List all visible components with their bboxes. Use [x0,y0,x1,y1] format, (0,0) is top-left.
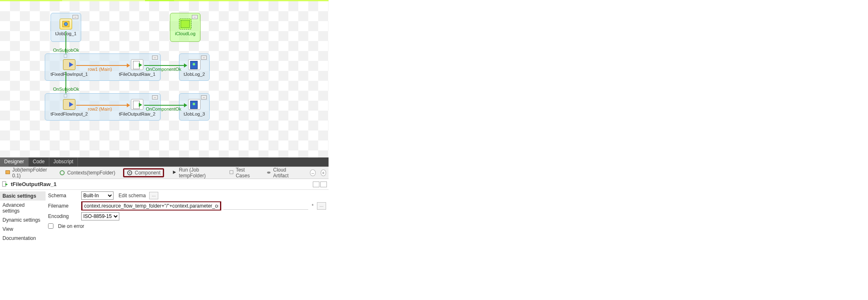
component-tjoblog1[interactable]: tJobLog_1 [59,19,73,31]
view-job[interactable]: Job(tempFolder 0.1) [2,165,51,180]
subjob-minimize-icon[interactable] [201,95,207,99]
flowinput-icon [63,59,75,70]
component-tjoblog2[interactable]: tJobLog_2 [187,59,201,72]
filename-input-extension[interactable] [223,202,308,210]
subjob-minimize-icon[interactable] [73,15,78,19]
component-tfileoutputraw2[interactable]: tFileOutputRaw_2 [130,99,144,111]
link-onsubjobok-1[interactable] [65,31,66,56]
schema-label: Schema [48,193,78,198]
component-tfileoutputraw1[interactable]: tFileOutputRaw_1 [130,59,144,72]
designer-canvas[interactable]: tJobLog_1 iCloudLog OnSubjobOk tFixedFlo… [0,0,329,157]
canvas-top-highlight [145,0,174,1]
link-oncomponentok-1[interactable] [144,65,186,66]
edit-schema-link[interactable]: Edit schema [118,193,146,198]
joblog-icon [188,59,201,70]
layout-icons [313,181,327,187]
component-label: tFileOutputRaw_1 [119,72,155,77]
subjob-minimize-icon[interactable] [192,15,198,19]
arrowhead-icon [184,63,187,68]
view-toolbar: Job(tempFolder 0.1) Contexts(tempFolder)… [0,167,329,179]
view-contexts[interactable]: Contexts(tempFolder) [56,168,118,177]
arrowhead-icon [184,103,187,107]
job-icon [5,170,10,176]
contexts-icon [59,170,65,176]
nav-basic-settings[interactable]: Basic settings [0,191,46,201]
row-schema: Schema Built-In Edit schema … [48,191,326,200]
layout-option-2[interactable] [320,181,327,187]
component-label: iCloudLog [175,31,196,36]
selected-component-title: tFileOutputRaw_1 [11,181,57,187]
view-cloudartifact[interactable]: Cloud Artifact [264,165,300,180]
view-component[interactable]: Component [123,168,164,177]
filename-input[interactable] [82,202,220,210]
svg-rect-2 [6,171,10,174]
joblog-icon [188,99,201,110]
fileoutput-icon [2,181,8,188]
encoding-label: Encoding [48,213,78,219]
svg-marker-10 [5,183,8,186]
fileoutput-icon [131,59,143,70]
link-oncomponentok-2[interactable] [144,105,186,106]
component-title-row: tFileOutputRaw_1 [0,179,329,190]
filename-label: Filename [48,203,78,209]
layout-option-1[interactable] [313,181,319,187]
svg-marker-6 [173,171,176,174]
encoding-select[interactable]: ISO-8859-15 [81,212,119,220]
canvas-top-highlight-2 [62,0,145,1]
component-label: tFileOutputRaw_2 [119,111,155,116]
filename-browse-button[interactable]: … [317,202,326,210]
edit-schema-button[interactable]: … [149,192,158,199]
component-icon [127,170,133,176]
svg-rect-9 [2,181,6,186]
subjob-minimize-icon[interactable] [152,95,158,99]
view-run-label: Run (Job tempFolder) [179,167,218,179]
row-encoding: Encoding ISO-8859-15 [48,212,326,220]
cloud-icon [266,170,271,176]
row-die-on-error: Die on error [48,222,326,230]
settings-panel: Basic settings Advanced settings Dynamic… [0,190,329,244]
nav-advanced-settings[interactable]: Advanced settings [0,201,46,215]
nav-documentation[interactable]: Documentation [0,234,46,243]
schema-select[interactable]: Built-In [81,191,114,200]
fileoutput-icon [131,99,143,110]
svg-point-3 [60,171,64,175]
testcases-icon [229,170,234,176]
view-contexts-label: Contexts(tempFolder) [67,170,115,176]
flowinput-icon [63,99,75,110]
view-testcases[interactable]: Test Cases [226,165,259,180]
component-tfixedflowinput2[interactable]: tFixedFlowInput_2 [62,99,76,111]
component-tfixedflowinput1[interactable]: tFixedFlowInput_1 [62,59,76,72]
arrowhead-icon [127,103,130,107]
view-testcases-label: Test Cases [236,167,256,179]
component-label: tJobLog_2 [184,72,205,77]
view-run[interactable]: Run (Job tempFolder) [169,165,221,180]
subjob-minimize-icon[interactable] [201,56,207,60]
component-icloudlog[interactable]: iCloudLog [178,19,192,31]
tab-jobscript[interactable]: Jobscript [49,157,78,167]
component-label: tFixedFlowInput_1 [51,72,88,77]
nav-view[interactable]: View [0,225,46,234]
collapse-button[interactable]: – [310,169,315,176]
row-filename: Filename * … [48,201,326,210]
view-component-label: Component [135,170,160,176]
svg-point-5 [129,172,131,174]
component-tjoblog3[interactable]: tJobLog_3 [187,99,201,111]
expand-button[interactable]: + [321,169,326,176]
arrowhead-icon [127,63,130,68]
subjob-minimize-icon[interactable] [152,56,158,60]
component-label: tJobLog_3 [184,111,205,116]
svg-point-8 [267,172,271,174]
nav-dynamic-settings[interactable]: Dynamic settings [0,215,46,225]
view-job-label: Job(tempFolder 0.1) [12,167,48,179]
component-label: tFixedFlowInput_2 [51,111,88,116]
link-row1[interactable] [76,65,128,66]
die-on-error-checkbox[interactable] [48,223,53,229]
link-row2[interactable] [76,105,128,106]
link-onsubjobok-2[interactable] [65,72,66,96]
filename-required-asterisk: * [312,203,314,209]
svg-rect-7 [230,171,233,174]
filename-highlight-box [81,201,221,210]
run-icon [172,170,177,176]
settings-form: Schema Built-In Edit schema … Filename *… [46,190,329,233]
settings-nav: Basic settings Advanced settings Dynamic… [0,190,46,244]
